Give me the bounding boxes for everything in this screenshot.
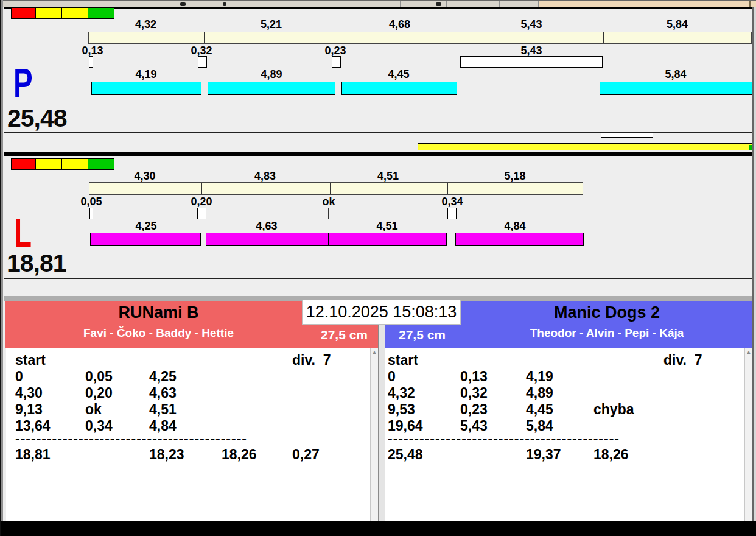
bottom-black-bar — [0, 521, 756, 536]
p-segment-label-3: 5,43 — [460, 19, 603, 30]
toolbar[interactable] — [0, 0, 756, 7]
cell-split: 0 — [15, 368, 23, 384]
l-segment-label-0: 4,30 — [89, 171, 201, 182]
cell-fault: chyba — [593, 401, 634, 417]
l-panel-bottom-line — [4, 278, 753, 279]
left-totals-row: 18,81 18,23 18,26 0,27 — [6, 446, 370, 462]
cell-changeover: 0,23 — [460, 401, 488, 417]
status-light-yellow-1 — [35, 7, 62, 19]
right-team-jump-height: 27,5 cm — [388, 328, 456, 342]
l-tick-marker-0 — [89, 208, 93, 219]
status-light-yellow-2 — [61, 7, 88, 19]
left-team-jump-height: 27,5 cm — [310, 328, 378, 342]
status-light-yellow-2 — [61, 158, 88, 170]
cell-runtime: 4,25 — [149, 368, 177, 384]
window-right-edge-fill — [754, 7, 756, 521]
p-run-label-2: 4,45 — [374, 69, 423, 80]
left-separator-line: ----------------------------------------… — [15, 431, 247, 447]
table-row: 4,32 0,32 4,89 — [385, 385, 744, 401]
table-row: 9,53 0,23 4,45 chyba — [385, 401, 744, 417]
p-tick-label-1: 0,32 — [177, 45, 226, 56]
table-row: 4,30 0,20 4,63 — [6, 385, 370, 401]
l-tick-label-1: 0,20 — [177, 196, 226, 207]
cell-split: 9,13 — [15, 401, 43, 417]
p-run-label-0: 4,19 — [122, 69, 170, 80]
l-run-label-2: 4,51 — [363, 220, 411, 231]
scroll-up-icon[interactable]: ▲ — [745, 348, 752, 356]
cell-changeover: 0,13 — [460, 368, 488, 384]
status-light-yellow-1 — [35, 158, 62, 170]
toolbar-button-glyph-fragment — [223, 2, 226, 6]
p-segment-label-0: 4,32 — [88, 19, 203, 30]
p-tick-label-0: 0,13 — [68, 45, 117, 56]
total-net: 19,37 — [526, 446, 561, 462]
right-totals-row: 25,48 19,37 18,26 — [385, 446, 744, 462]
p-strip-marker — [601, 133, 653, 138]
cell-split: 4,30 — [15, 385, 43, 401]
right-division: div. 7 — [663, 352, 702, 368]
total-net: 18,23 — [149, 446, 184, 462]
l-total-time: 18,81 — [7, 251, 66, 275]
toolbar-button-glyph-fragment — [436, 2, 441, 6]
cell-runtime: 4,19 — [526, 368, 553, 384]
l-tick-marker-3 — [447, 208, 457, 219]
l-split-bar — [89, 182, 583, 195]
p-lane-letter: P — [13, 66, 33, 100]
total-compare: 18,26 — [222, 446, 257, 462]
right-start-label: start — [388, 352, 418, 368]
status-light-red — [11, 7, 36, 19]
right-table-scrollbar[interactable]: ▲ — [744, 348, 752, 521]
panel-gutter — [378, 301, 385, 521]
timing-app-window: 4,32 5,21 4,68 5,43 5,84 0,13 0,32 0,23 … — [0, 0, 756, 536]
p-tick-marker-3 — [460, 56, 603, 68]
left-result-list[interactable]: start div. 7 0 0,05 4,25 4,30 0,20 4,63 … — [6, 348, 370, 521]
left-table-scrollbar[interactable]: ▲ — [370, 348, 378, 521]
total-time: 18,81 — [15, 446, 51, 462]
p-total-time: 25,48 — [7, 106, 67, 130]
p-tick-label-3: 5,43 — [507, 45, 556, 56]
status-light-green — [88, 7, 114, 19]
datetime-display: 12.10.2025 15:08:13 — [302, 300, 461, 325]
p-run-bar-3 — [600, 82, 752, 95]
l-lane-letter: L — [14, 216, 32, 250]
p-run-label-1: 4,89 — [247, 69, 296, 80]
cell-changeover: 0,05 — [85, 368, 113, 384]
p-run-bar-2 — [341, 82, 457, 95]
l-tick-marker-ok — [328, 208, 329, 219]
status-light-green — [88, 158, 114, 170]
window-left-edge-inner — [1, 0, 3, 521]
table-row: 9,13 ok 4,51 — [6, 401, 370, 417]
p-tick-label-2: 0,23 — [311, 45, 360, 56]
p-split-bar — [88, 32, 752, 44]
total-compare: 18,26 — [593, 446, 629, 462]
cell-changeover: 0,20 — [85, 385, 113, 401]
table-row: 0 0,05 4,25 — [6, 368, 370, 384]
toolbar-button-glyph-fragment — [180, 2, 186, 6]
l-tick-label-3: 0,34 — [428, 196, 477, 207]
cell-changeover: ok — [85, 401, 102, 417]
status-light-red — [11, 158, 36, 170]
cell-split: 0 — [388, 368, 396, 384]
p-tick-marker-0 — [89, 56, 93, 68]
l-run-label-3: 4,84 — [491, 220, 539, 231]
l-run-bar-0 — [90, 233, 201, 246]
cell-runtime: 4,89 — [526, 385, 553, 401]
l-panel: 4,30 4,83 4,51 5,18 0,05 0,20 ok 0,34 4,… — [4, 156, 753, 278]
l-segment-label-1: 4,83 — [201, 171, 329, 182]
right-result-list[interactable]: start div. 7 0 0,13 4,19 4,32 0,32 4,89 … — [385, 348, 744, 521]
left-team-dogs: Favi - Čoko - Baddy - Hettie — [5, 326, 312, 340]
l-split-divider — [330, 183, 331, 194]
p-split-divider — [204, 32, 205, 43]
l-run-bar-1 — [206, 233, 329, 246]
l-segment-label-2: 4,51 — [329, 171, 447, 182]
cell-runtime: 4,45 — [526, 401, 553, 417]
l-run-bar-2 — [328, 233, 447, 246]
p-segment-label-4: 5,84 — [603, 19, 752, 30]
cell-runtime: 4,51 — [149, 401, 177, 417]
l-tick-label-0: 0,05 — [67, 196, 116, 207]
p-split-divider — [340, 32, 340, 43]
scroll-up-icon[interactable]: ▲ — [371, 348, 378, 356]
p-segment-label-2: 4,68 — [339, 19, 460, 30]
cell-changeover: 0,32 — [460, 385, 488, 401]
cell-runtime: 4,63 — [149, 385, 177, 401]
